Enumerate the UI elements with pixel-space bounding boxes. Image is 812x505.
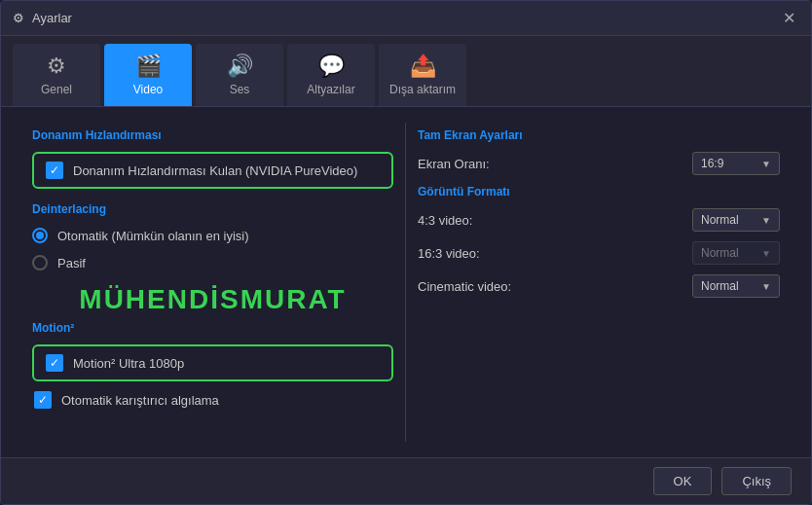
video-163-value: Normal xyxy=(701,246,739,260)
tab-genel-label: Genel xyxy=(41,83,72,96)
disa-aktarim-icon: 📤 xyxy=(410,54,436,79)
video-163-row: 16:3 video: Normal ▼ xyxy=(418,241,780,265)
settings-icon: ⚙ xyxy=(13,11,24,25)
ekran-orani-row: Ekran Oranı: 16:9 ▼ xyxy=(418,152,780,175)
radio-auto-row[interactable]: Otomatik (Mümkün olanın en iyisi) xyxy=(32,226,393,245)
tab-ses-label: Ses xyxy=(230,83,250,96)
tab-video[interactable]: 🎬 Video xyxy=(104,44,192,106)
motion-box[interactable]: ✓ Motion² Ultra 1080p xyxy=(32,344,393,381)
video-43-arrow: ▼ xyxy=(761,215,771,226)
tab-disa-aktarim[interactable]: 📤 Dışa aktarım xyxy=(379,44,466,106)
radio-auto-btn[interactable] xyxy=(32,228,48,243)
radio-pasif-label: Pasif xyxy=(57,256,86,271)
auto-mix-label: Otomatik karıştırıcı algılama xyxy=(61,393,219,408)
tab-altyazilar-label: Altyazılar xyxy=(307,83,354,96)
tab-ses[interactable]: 🔊 Ses xyxy=(196,44,283,106)
video-163-label: 16:3 video: xyxy=(418,246,480,261)
motion-checkbox[interactable]: ✓ xyxy=(46,354,63,372)
window-title: Ayarlar xyxy=(32,11,72,25)
footer: OK Çıkış xyxy=(1,457,811,504)
deinterlacing-title: Deinterlacing xyxy=(32,202,393,216)
hw-checkbox[interactable]: ✓ xyxy=(46,162,63,179)
video-cinematic-dropdown[interactable]: Normal ▼ xyxy=(692,274,780,298)
motion-section-title: Motion² xyxy=(32,321,393,335)
radio-auto-label: Otomatik (Mümkün olanın en iyisi) xyxy=(57,229,249,243)
fullscreen-title: Tam Ekran Ayarları xyxy=(418,128,780,142)
hw-label: Donanım Hızlandırması Kulan (NVIDIA Pure… xyxy=(73,163,357,178)
ses-icon: 🔊 xyxy=(227,54,253,79)
radio-pasif-row[interactable]: Pasif xyxy=(32,253,393,272)
ekran-orani-dropdown[interactable]: 16:9 ▼ xyxy=(692,152,780,175)
right-panel: Tam Ekran Ayarları Ekran Oranı: 16:9 ▼ G… xyxy=(406,123,792,442)
video-43-label: 4:3 video: xyxy=(418,213,472,228)
video-cinematic-arrow: ▼ xyxy=(761,281,771,292)
title-bar-left: ⚙ Ayarlar xyxy=(13,11,72,25)
tab-altyazilar[interactable]: 💬 Altyazılar xyxy=(287,44,375,106)
video-cinematic-label: Cinematic video: xyxy=(418,279,511,294)
ekran-orani-label: Ekran Oranı: xyxy=(418,157,490,171)
cancel-button[interactable]: Çıkış xyxy=(721,467,792,495)
tab-genel[interactable]: ⚙ Genel xyxy=(13,44,100,106)
tab-disa-aktarim-label: Dışa aktarım xyxy=(389,83,456,96)
settings-window: ⚙ Ayarlar ✕ ⚙ Genel 🎬 Video 🔊 Ses 💬 Alty… xyxy=(0,0,812,505)
motion-label: Motion² Ultra 1080p xyxy=(73,356,184,371)
watermark-text: MÜHENDİSMURAT xyxy=(32,284,393,315)
ekran-orani-arrow: ▼ xyxy=(761,159,771,169)
video-43-row: 4:3 video: Normal ▼ xyxy=(418,208,780,232)
video-cinematic-value: Normal xyxy=(701,279,739,293)
video-43-value: Normal xyxy=(701,213,739,227)
auto-mix-checkbox[interactable]: ✓ xyxy=(34,391,52,409)
auto-mix-row: ✓ Otomatik karıştırıcı algılama xyxy=(34,391,393,409)
deinterlacing-section: Deinterlacing Otomatik (Mümkün olanın en… xyxy=(32,202,393,272)
hw-acceleration-box[interactable]: ✓ Donanım Hızlandırması Kulan (NVIDIA Pu… xyxy=(32,152,393,189)
video-cinematic-row: Cinematic video: Normal ▼ xyxy=(418,274,780,298)
radio-pasif-btn[interactable] xyxy=(32,255,48,271)
close-button[interactable]: ✕ xyxy=(778,8,799,29)
tab-bar: ⚙ Genel 🎬 Video 🔊 Ses 💬 Altyazılar 📤 Dış… xyxy=(1,36,811,107)
title-bar: ⚙ Ayarlar ✕ xyxy=(1,1,811,36)
ok-button[interactable]: OK xyxy=(653,467,713,495)
ekran-orani-value: 16:9 xyxy=(701,157,723,170)
video-43-dropdown[interactable]: Normal ▼ xyxy=(692,208,780,232)
hw-section-title: Donanım Hızlandırması xyxy=(32,128,393,142)
altyazilar-icon: 💬 xyxy=(318,54,345,79)
video-163-arrow: ▼ xyxy=(761,248,771,259)
tab-video-label: Video xyxy=(133,83,163,96)
video-icon: 🎬 xyxy=(135,54,162,79)
content-area: Donanım Hızlandırması ✓ Donanım Hızlandı… xyxy=(1,107,811,457)
left-panel: Donanım Hızlandırması ✓ Donanım Hızlandı… xyxy=(20,123,406,442)
goruntu-title: Görüntü Formatı xyxy=(418,185,780,198)
genel-icon: ⚙ xyxy=(47,54,66,79)
video-163-dropdown: Normal ▼ xyxy=(692,241,780,265)
